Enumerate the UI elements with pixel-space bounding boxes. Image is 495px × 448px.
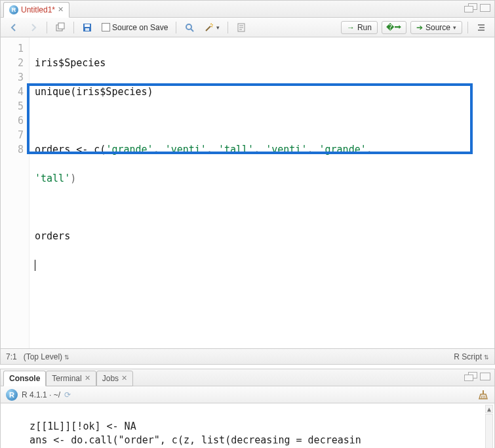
show-in-new-window-button[interactable]: [52, 21, 68, 34]
back-button[interactable]: [6, 21, 22, 34]
code-line: [35, 113, 489, 128]
pane-window-controls: [464, 372, 490, 381]
find-button[interactable]: [182, 21, 197, 34]
tab-terminal[interactable]: Terminal ✕: [46, 371, 96, 386]
code-line: unique(iris$Species): [35, 85, 489, 99]
r-version-label: R 4.1.1 · ~/: [22, 390, 60, 399]
svg-point-5: [186, 24, 191, 30]
editor-statusbar: 7:1 (Top Level)⇅ R Script⇅: [1, 348, 494, 364]
code-line: [35, 258, 489, 272]
rerun-icon: �⮕: [386, 23, 402, 32]
chevron-down-icon: ▾: [216, 24, 220, 31]
checkbox-icon: [102, 23, 110, 31]
editor-toolbar: Source on Save ▾ → Run �⮕ ➔ Source ▾: [1, 18, 494, 37]
run-button[interactable]: → Run: [341, 21, 378, 34]
source-button[interactable]: ➔ Source ▾: [410, 21, 462, 34]
console-line: ans <- do.call("order", c(z, list(decrea…: [6, 434, 361, 446]
scroll-track[interactable]: [485, 414, 493, 448]
maximize-pane-icon[interactable]: [480, 373, 490, 380]
close-icon[interactable]: ✕: [58, 5, 64, 14]
console-tabbar: Console Terminal ✕ Jobs ✕: [1, 369, 494, 386]
cursor-position: 7:1: [6, 352, 17, 361]
rerun-button[interactable]: �⮕: [382, 21, 406, 34]
close-icon[interactable]: ✕: [121, 374, 127, 382]
source-label: Source: [426, 23, 450, 32]
editor-tab-title: Untitled1*: [21, 5, 55, 14]
svg-rect-3: [85, 24, 90, 27]
minimize-pane-icon[interactable]: [464, 3, 477, 12]
forward-button[interactable]: [26, 21, 41, 34]
scope-selector[interactable]: (Top Level)⇅: [24, 352, 69, 361]
r-file-icon: R: [9, 5, 18, 14]
code-editor[interactable]: 1 2 3 4 5 6 7 8 iris$Species unique(iris…: [1, 37, 494, 348]
line-gutter: 1 2 3 4 5 6 7 8: [1, 37, 30, 348]
editor-tabbar: R Untitled1* ✕: [1, 1, 494, 18]
source-on-save-label: Source on Save: [112, 23, 168, 32]
chevron-down-icon: ▾: [453, 24, 456, 31]
editor-pane: R Untitled1* ✕ Source on Save ▾ → Run: [0, 0, 495, 365]
svg-rect-4: [85, 28, 89, 31]
source-arrow-icon: ➔: [416, 23, 423, 32]
run-arrow-icon: →: [347, 23, 355, 32]
svg-rect-1: [58, 23, 64, 29]
language-selector[interactable]: R Script⇅: [454, 352, 489, 361]
console-toolbar: R R 4.1.1 · ~/ ⟳: [1, 386, 494, 403]
compile-report-button[interactable]: [233, 21, 249, 34]
reload-icon[interactable]: ⟳: [64, 390, 71, 399]
scroll-up-icon[interactable]: ▲: [485, 405, 493, 413]
outline-button[interactable]: [473, 21, 489, 34]
code-line: [35, 287, 489, 301]
clear-console-icon[interactable]: [477, 389, 489, 403]
minimize-pane-icon[interactable]: [464, 372, 477, 381]
console-scrollbar[interactable]: ▲ ▼: [485, 405, 493, 448]
close-icon[interactable]: ✕: [85, 374, 90, 382]
run-label: Run: [357, 23, 372, 32]
code-tools-button[interactable]: ▾: [201, 21, 222, 34]
code-line: 'tall'): [35, 171, 489, 186]
save-button[interactable]: [79, 21, 95, 34]
code-line: orders <- c('grande', 'venti', 'tall', '…: [35, 142, 489, 157]
editor-tab-untitled1[interactable]: R Untitled1* ✕: [3, 2, 69, 18]
pane-window-controls: [464, 3, 490, 12]
console-line: z[[1L]][!ok] <- NA: [6, 420, 136, 432]
r-logo-icon: R: [6, 389, 18, 401]
code-line: orders: [35, 229, 489, 243]
code-line: iris$Species: [35, 56, 489, 70]
source-on-save-checkbox[interactable]: Source on Save: [99, 22, 170, 33]
console-output[interactable]: z[[1L]][!ok] <- NA ans <- do.call("order…: [1, 403, 494, 448]
maximize-pane-icon[interactable]: [480, 4, 490, 12]
svg-line-6: [191, 29, 193, 31]
code-line: [35, 200, 489, 214]
tab-jobs[interactable]: Jobs ✕: [96, 371, 133, 386]
console-pane: Console Terminal ✕ Jobs ✕ R R 4.1.1 · ~/…: [0, 369, 495, 448]
code-area[interactable]: iris$Species unique(iris$Species) orders…: [30, 37, 494, 348]
tab-console[interactable]: Console: [3, 371, 46, 386]
